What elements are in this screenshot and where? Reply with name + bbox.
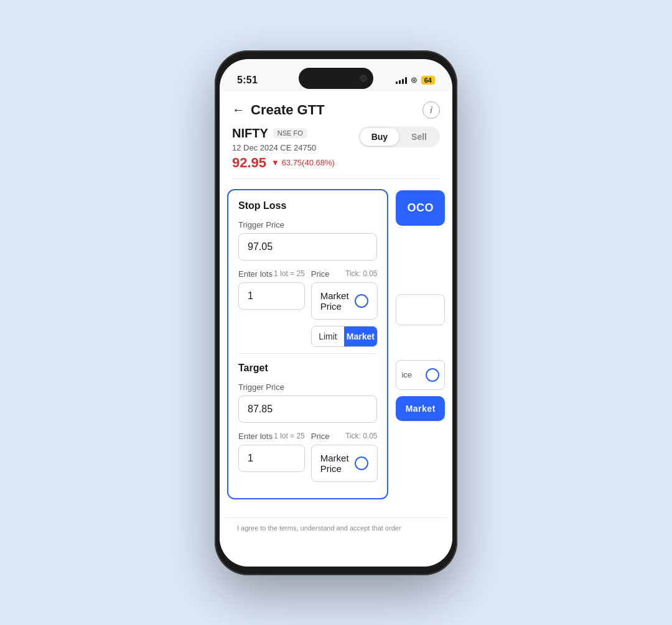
exchange-badge: NSE FO — [273, 128, 307, 138]
back-title: ← Create GTT — [232, 102, 325, 118]
status-time: 5:51 — [237, 75, 258, 86]
right-radio[interactable] — [426, 368, 439, 382]
stop-loss-lots-input[interactable] — [238, 282, 305, 310]
signal-bar-4 — [405, 77, 407, 84]
limit-market-toggle[interactable]: Limit Market — [311, 326, 378, 347]
stop-loss-price-input[interactable]: Market Price — [311, 282, 378, 320]
signal-bars-icon — [396, 76, 407, 84]
signal-bar-1 — [396, 81, 398, 84]
phone-mockup: 5:51 ⊛ 64 ← Create GTT — [215, 50, 457, 575]
target-price-tick: Tick: 0.05 — [345, 432, 378, 440]
target-section: Target Trigger Price Enter lots 1 lot — [238, 363, 377, 488]
status-icons: ⊛ 64 — [396, 75, 435, 85]
target-lots-hint: 1 lot = 25 — [274, 432, 305, 440]
stock-left: NIFTY NSE FO 12 Dec 2024 CE 24750 92.95 … — [232, 126, 335, 171]
target-lots-col: Enter lots 1 lot = 25 — [238, 432, 305, 472]
cards-area: Stop Loss Trigger Price Enter lots 1 lot… — [220, 179, 452, 509]
change-arrow-icon: ▼ — [271, 158, 279, 167]
camera-dot — [360, 75, 367, 82]
target-enter-lots-label: Enter lots — [238, 432, 273, 441]
target-price-col: Price Tick: 0.05 Market Price — [311, 432, 378, 488]
stop-loss-trigger-price-input[interactable] — [238, 233, 377, 261]
target-trigger-label-row: Trigger Price — [238, 382, 377, 392]
stock-change: ▼ 63.75(40.68%) — [271, 158, 335, 167]
enter-lots-label: Enter lots — [238, 269, 273, 279]
target-market-price-text: Market Price — [320, 453, 355, 474]
lots-price-row: Enter lots 1 lot = 25 Price Tick: 0.05 — [238, 269, 377, 347]
lots-col: Enter lots 1 lot = 25 — [238, 269, 305, 310]
target-trigger-price-input[interactable] — [238, 396, 377, 423]
change-value: 63.75(40.68%) — [282, 158, 335, 167]
market-price-text: Market Price — [320, 290, 355, 312]
info-icon[interactable]: i — [422, 101, 440, 119]
right-partial-input-1 — [396, 294, 445, 325]
limit-button[interactable]: Limit — [312, 326, 344, 346]
market-button[interactable]: Market — [344, 326, 376, 346]
target-price-input[interactable]: Market Price — [311, 445, 378, 482]
buy-button[interactable]: Buy — [360, 128, 399, 146]
stock-name-row: NIFTY NSE FO — [232, 126, 335, 141]
stock-description: 12 Dec 2024 CE 24750 — [232, 143, 335, 152]
market-price-radio[interactable] — [355, 294, 368, 308]
signal-bar-2 — [399, 80, 401, 84]
enter-lots-label-row: Enter lots 1 lot = 25 — [238, 269, 305, 279]
stop-loss-title: Stop Loss — [238, 200, 377, 211]
target-market-button[interactable]: Market — [396, 396, 445, 421]
trigger-price-label-row: Trigger Price — [238, 220, 377, 229]
target-price-radio[interactable] — [355, 456, 368, 470]
price-label-row: Price Tick: 0.05 — [311, 269, 378, 279]
dynamic-island — [299, 68, 373, 89]
stock-price: 92.95 — [232, 155, 266, 171]
price-tick: Tick: 0.05 — [345, 269, 378, 278]
wifi-icon: ⊛ — [411, 75, 418, 85]
price-label: Price — [311, 269, 330, 279]
right-price-label: ice — [401, 370, 412, 379]
signal-bar-3 — [402, 79, 404, 84]
target-price-label: Price — [311, 432, 330, 441]
target-enter-lots-label-row: Enter lots 1 lot = 25 — [238, 432, 305, 441]
stock-info: NIFTY NSE FO 12 Dec 2024 CE 24750 92.95 … — [220, 126, 452, 178]
phone-screen: 5:51 ⊛ 64 ← Create GTT — [220, 59, 452, 567]
oco-col: OCO ice Market — [396, 189, 445, 499]
section-separator — [238, 353, 377, 354]
bottom-terms: I agree to the terms, understand and acc… — [225, 517, 447, 538]
back-button[interactable]: ← — [232, 103, 245, 117]
stop-loss-card: Stop Loss Trigger Price Enter lots 1 lot… — [227, 189, 388, 499]
stock-name: NIFTY — [232, 126, 268, 141]
sell-button[interactable]: Sell — [400, 128, 438, 146]
app-header: ← Create GTT i — [220, 91, 452, 126]
battery-badge: 64 — [421, 76, 435, 85]
target-trigger-label: Trigger Price — [238, 382, 284, 392]
terms-text: I agree to the terms, understand and acc… — [237, 524, 401, 532]
stock-price-row: 92.95 ▼ 63.75(40.68%) — [232, 155, 335, 171]
price-col: Price Tick: 0.05 Market Price Limit Mark… — [311, 269, 378, 347]
target-price-label-row: Price Tick: 0.05 — [311, 432, 378, 441]
trigger-price-label: Trigger Price — [238, 220, 284, 229]
target-lots-price-row: Enter lots 1 lot = 25 Price Tick: 0.05 — [238, 432, 377, 488]
right-partial-price: ice — [396, 360, 445, 390]
page-title: Create GTT — [251, 102, 325, 118]
target-lots-input[interactable] — [238, 445, 305, 472]
oco-button[interactable]: OCO — [396, 190, 445, 226]
lots-hint: 1 lot = 25 — [274, 269, 305, 278]
screen-content: ← Create GTT i NIFTY NSE FO 12 Dec 2024 … — [220, 91, 452, 567]
buy-sell-toggle[interactable]: Buy Sell — [358, 126, 440, 147]
target-title: Target — [238, 363, 377, 374]
